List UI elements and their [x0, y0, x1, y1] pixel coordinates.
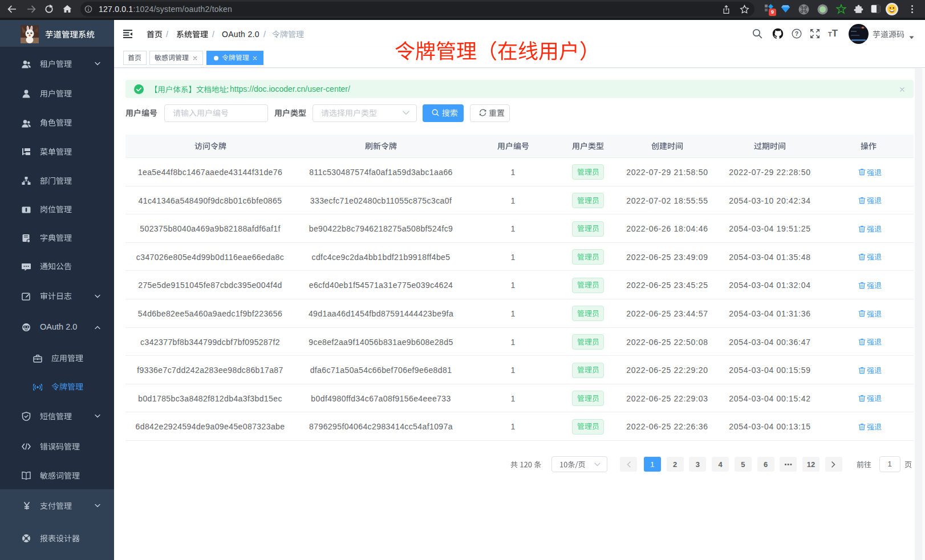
svg-text:?: ?	[795, 30, 798, 37]
